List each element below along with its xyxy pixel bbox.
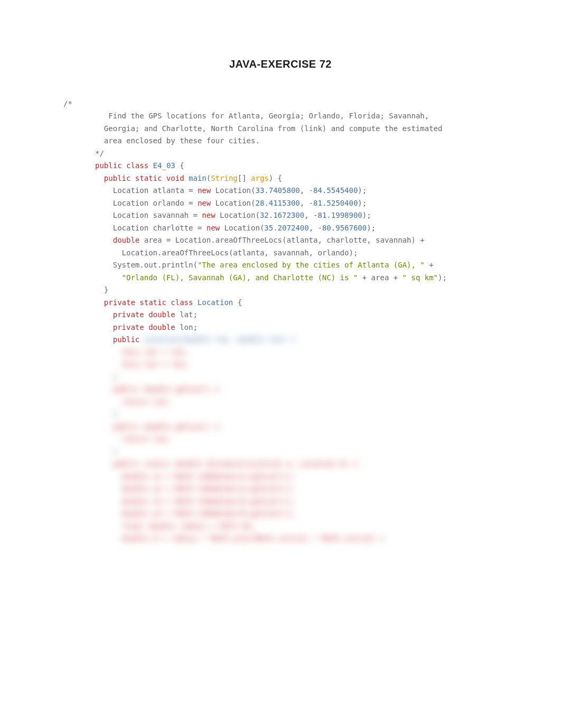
brace-close: }: [95, 285, 108, 294]
lat-mods: private double: [95, 310, 175, 319]
savannah-lon: 81.1998900: [317, 211, 362, 219]
main-name: main: [184, 174, 207, 182]
orlando-lon: 81.5250400: [313, 199, 358, 207]
charlotte-decl: Location charlotte =: [95, 224, 207, 232]
kw-new: new: [202, 211, 215, 219]
charlotte-lon: 80.9567600: [322, 224, 367, 232]
class-name: E4_03: [153, 161, 175, 170]
kw-public: public: [95, 161, 122, 170]
area-call1: areaOfThreeLocs(atlanta, charlotte, sava…: [216, 236, 420, 244]
kw-class: class: [126, 161, 148, 170]
args: args: [251, 174, 269, 182]
area-assign: area = Location: [139, 236, 211, 244]
dot: .: [211, 236, 215, 244]
inner-mods: private static class: [95, 298, 193, 307]
kw-new: new: [207, 224, 220, 232]
println: println(: [162, 261, 197, 269]
plus: +: [420, 236, 424, 244]
lon-mods: private double: [95, 323, 175, 331]
println-close: );: [438, 273, 447, 282]
system: System: [95, 261, 139, 269]
sep: , -: [300, 199, 313, 207]
brace: {: [233, 298, 242, 307]
orlando-decl: Location orlando =: [95, 199, 198, 207]
kw-new: new: [198, 199, 211, 207]
ctor-public: public: [95, 335, 139, 344]
plus: +: [425, 261, 434, 269]
comment-open: /*: [63, 98, 498, 110]
comment-body: Find the GPS locations for Atlanta, Geor…: [95, 112, 442, 158]
out: out: [144, 261, 157, 269]
area-indent: [95, 236, 113, 244]
charlotte-lat: 35.2072400: [264, 224, 308, 232]
close: );: [362, 211, 371, 219]
close: );: [358, 186, 367, 195]
lat-name: lat;: [175, 310, 198, 319]
atlanta-lat: 33.7405800: [255, 186, 300, 195]
string-1: "The area enclosed by the cities of Atla…: [198, 261, 425, 269]
sep: , -: [304, 211, 317, 219]
atlanta-call: Location(: [211, 186, 255, 195]
paren: (: [207, 174, 211, 182]
orlando-call: Location(: [211, 199, 255, 207]
array-brackets: []: [238, 174, 251, 182]
orlando-lat: 28.4115300: [255, 199, 300, 207]
savannah-lat: 32.1672300: [260, 211, 304, 219]
str2-mid: + area +: [358, 273, 402, 282]
close: );: [367, 224, 376, 232]
area-call2-pre: Location: [95, 248, 157, 257]
atlanta-lon: 84.5545400: [313, 186, 358, 195]
type-string: String: [211, 174, 238, 182]
blurred-content: Location(double lat, double lon) { this.…: [95, 335, 385, 542]
paren-close: ) {: [269, 174, 282, 182]
close: );: [358, 199, 367, 207]
sep: , -: [300, 186, 313, 195]
dot: .: [139, 261, 144, 269]
charlotte-call: Location(: [220, 224, 264, 232]
kw-new: new: [198, 186, 211, 195]
sep: , -: [309, 224, 322, 232]
inner-name: Location: [193, 298, 233, 307]
str2-indent: [95, 273, 122, 282]
kw-double: double: [113, 236, 140, 244]
lon-name: lon;: [175, 323, 198, 331]
brace: {: [175, 161, 184, 170]
savannah-decl: Location savannah =: [95, 211, 202, 219]
area-call2: areaOfThreeLocs(atlanta, savannah, orlan…: [162, 248, 358, 257]
code-block: /* Find the GPS locations for Atlanta, G…: [63, 85, 498, 545]
string-2: "Orlando (FL), Savannah (GA), and Charlo…: [122, 273, 358, 282]
main-modifiers: public static void: [95, 174, 184, 182]
page-title: JAVA-EXERCISE 72: [63, 58, 498, 70]
string-3: " sq km": [403, 273, 438, 282]
atlanta-decl: Location atlanta =: [95, 186, 198, 195]
savannah-call: Location(: [216, 211, 260, 219]
